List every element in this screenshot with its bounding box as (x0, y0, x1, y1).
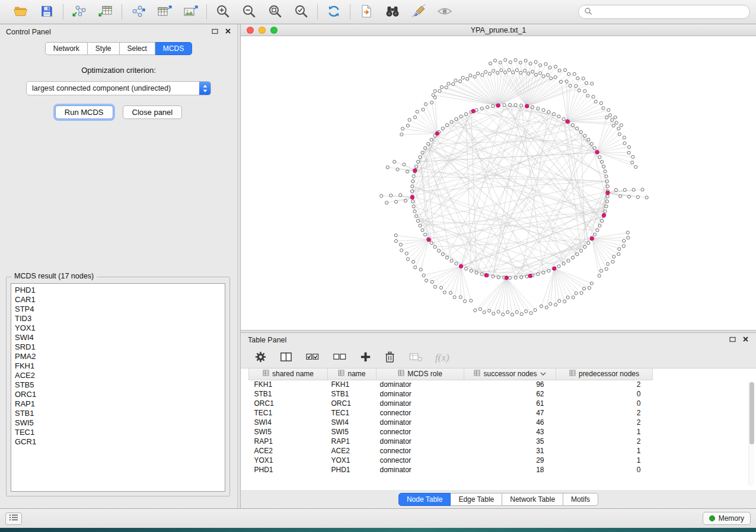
table-cell[interactable]: 61 (464, 399, 556, 408)
mcds-result-item[interactable]: SWI5 (15, 418, 225, 428)
mcds-result-item[interactable]: PHD1 (15, 286, 225, 295)
table-cell[interactable]: 31 (464, 446, 556, 456)
zoom-in-button[interactable] (213, 2, 232, 21)
import-table-button[interactable] (96, 2, 115, 21)
table-cell[interactable]: PHD1 (249, 465, 328, 475)
sort-descending-icon[interactable] (540, 370, 546, 378)
export-document-button[interactable] (357, 2, 376, 21)
col-successor-nodes[interactable]: successor nodes (464, 368, 556, 380)
table-row[interactable]: SWI4SWI4dominator462 (249, 418, 653, 427)
table-cell[interactable]: ORC1 (249, 399, 328, 408)
table-cell[interactable]: dominator (377, 380, 464, 389)
mcds-result-item[interactable]: STB1 (15, 409, 225, 418)
tab-network-table[interactable]: Network Table (502, 493, 563, 506)
scrollbar-thumb[interactable] (749, 382, 754, 444)
table-cell[interactable]: FKH1 (328, 380, 377, 389)
mcds-result-item[interactable]: STB5 (15, 380, 225, 390)
mcds-result-list[interactable]: PHD1CAR1STP4TID3YOX1SWI4SRD1PMA2FKH1ACE2… (11, 283, 225, 492)
table-scrollbar[interactable] (748, 381, 754, 486)
table-mode-gear-icon[interactable] (254, 350, 267, 366)
style-brush-button[interactable] (409, 2, 428, 21)
table-cell[interactable]: 0 (556, 399, 653, 408)
open-session-button[interactable] (11, 2, 30, 21)
tab-network[interactable]: Network (45, 42, 88, 55)
table-row[interactable]: SWI5SWI5connector431 (249, 427, 653, 437)
save-session-button[interactable] (37, 2, 56, 21)
minimize-light[interactable] (259, 27, 266, 34)
network-canvas[interactable] (241, 36, 756, 330)
close-light[interactable] (247, 27, 254, 34)
apply-layout-button[interactable] (324, 2, 343, 21)
table-cell[interactable]: 2 (556, 418, 653, 427)
export-network-button[interactable] (129, 2, 148, 21)
mcds-result-item[interactable]: TID3 (15, 314, 225, 323)
table-cell[interactable]: 1 (556, 446, 653, 456)
select-all-columns-icon[interactable] (305, 350, 320, 366)
table-cell[interactable]: connector (377, 427, 464, 437)
table-cell[interactable]: 18 (464, 465, 556, 475)
export-table-button[interactable] (155, 2, 174, 21)
add-column-icon[interactable] (359, 351, 372, 365)
mcds-result-item[interactable]: SRD1 (15, 342, 225, 352)
table-cell[interactable]: 47 (464, 408, 556, 418)
table-cell[interactable]: STB1 (328, 389, 377, 399)
table-cell[interactable]: dominator (377, 389, 464, 399)
network-graph[interactable] (241, 36, 756, 330)
tab-motifs[interactable]: Motifs (563, 493, 598, 506)
first-neighbors-button[interactable] (383, 2, 402, 21)
mcds-result-item[interactable]: FKH1 (15, 361, 225, 371)
table-cell[interactable]: ACE2 (249, 446, 328, 456)
zoom-out-button[interactable] (240, 2, 259, 21)
table-cell[interactable]: 35 (464, 437, 556, 446)
table-cell[interactable]: RAP1 (249, 437, 328, 446)
mcds-result-item[interactable]: STP4 (15, 305, 225, 314)
table-cell[interactable]: TEC1 (249, 408, 328, 418)
table-cell[interactable]: 0 (556, 465, 653, 475)
table-cell[interactable]: YOX1 (249, 456, 328, 465)
table-cell[interactable]: dominator (377, 399, 464, 408)
table-row[interactable]: ACE2ACE2connector311 (249, 446, 653, 456)
table-cell[interactable]: 46 (464, 418, 556, 427)
unselect-all-columns-icon[interactable] (332, 350, 347, 366)
table-cell[interactable]: YOX1 (328, 456, 377, 465)
mcds-result-item[interactable]: ORC1 (15, 390, 225, 399)
delete-row-trash-icon[interactable] (384, 350, 396, 366)
tab-style[interactable]: Style (88, 42, 120, 55)
network-titlebar[interactable]: YPA_prune.txt_1 (241, 24, 756, 36)
col-name[interactable]: name (328, 368, 377, 380)
table-cell[interactable]: connector (377, 408, 464, 418)
table-cell[interactable]: 1 (556, 456, 653, 465)
mcds-result-item[interactable]: PMA2 (15, 352, 225, 361)
table-row[interactable]: ORC1ORC1dominator610 (249, 399, 653, 408)
run-mcds-button[interactable]: Run MCDS (55, 105, 113, 119)
table-cell[interactable]: SWI5 (328, 427, 377, 437)
table-cell[interactable]: 29 (464, 456, 556, 465)
table-row[interactable]: PHD1PHD1dominator180 (249, 465, 653, 475)
show-hide-button[interactable] (435, 2, 454, 21)
tab-select[interactable]: Select (120, 42, 155, 55)
table-cell[interactable]: SWI4 (328, 418, 377, 427)
mcds-result-item[interactable]: TEC1 (15, 428, 225, 437)
show-columns-icon[interactable] (279, 350, 293, 366)
maximize-light[interactable] (270, 27, 277, 34)
table-cell[interactable]: 43 (464, 427, 556, 437)
zoom-fit-button[interactable] (266, 2, 285, 21)
tab-edge-table[interactable]: Edge Table (451, 493, 502, 506)
table-cell[interactable]: dominator (377, 437, 464, 446)
mcds-result-item[interactable]: SWI4 (15, 333, 225, 342)
memory-button[interactable]: Memory (703, 512, 751, 525)
optimization-criterion-select[interactable]: largest connected component (undirected) (26, 81, 211, 95)
table-row[interactable]: STB1STB1dominator620 (249, 389, 653, 399)
table-cell[interactable]: 2 (556, 408, 653, 418)
table-row[interactable]: TEC1TEC1connector472 (249, 408, 653, 418)
float-table-panel-icon[interactable] (729, 336, 736, 344)
mcds-result-item[interactable]: GCR1 (15, 437, 225, 447)
close-table-panel-icon[interactable] (742, 336, 749, 344)
table-cell[interactable]: ORC1 (328, 399, 377, 408)
table-cell[interactable]: PHD1 (328, 465, 377, 475)
table-cell[interactable]: 96 (464, 380, 556, 389)
table-cell[interactable]: SWI5 (249, 427, 328, 437)
table-cell[interactable]: RAP1 (328, 437, 377, 446)
table-row[interactable]: RAP1RAP1dominator352 (249, 437, 653, 446)
col-mcds-role[interactable]: MCDS role (377, 368, 464, 380)
